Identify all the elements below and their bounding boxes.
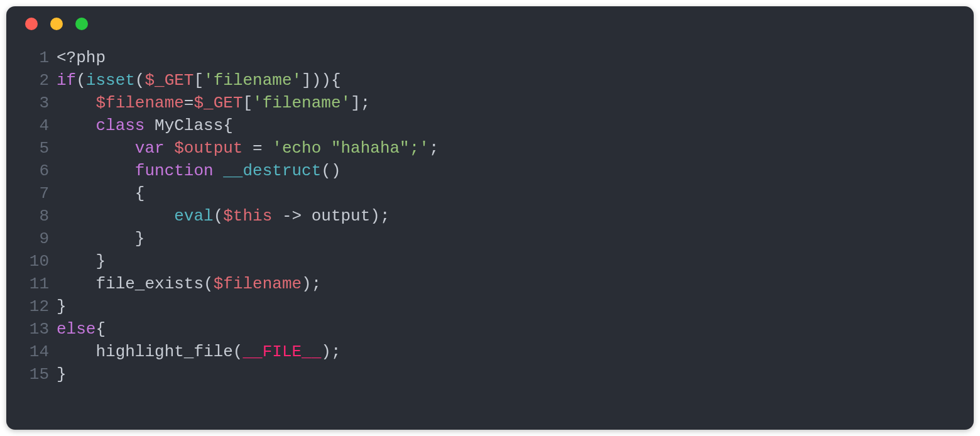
token: var xyxy=(135,139,165,158)
code-content: } xyxy=(57,227,144,250)
code-line: 15} xyxy=(19,363,961,386)
code-content: highlight_file(__FILE__); xyxy=(57,341,341,363)
token xyxy=(57,184,135,203)
token: { xyxy=(135,184,145,203)
code-line: 7 { xyxy=(19,182,961,205)
titlebar xyxy=(6,6,974,41)
token xyxy=(57,229,135,248)
code-line: 6 function __destruct() xyxy=(19,160,961,182)
token: ) xyxy=(321,342,331,361)
code-content: } xyxy=(57,295,67,318)
code-line: 1<?php xyxy=(19,46,961,69)
token xyxy=(57,94,95,112)
code-area: 1<?php2if(isset($_GET['filename'])){3 $f… xyxy=(6,41,974,386)
code-content: $filename=$_GET['filename']; xyxy=(57,92,370,114)
code-content: eval($this -> output); xyxy=(57,205,390,227)
line-number: 6 xyxy=(19,160,57,182)
code-content: else{ xyxy=(57,318,106,341)
line-number: 12 xyxy=(19,295,57,318)
token: } xyxy=(57,297,67,316)
line-number: 2 xyxy=(19,69,57,92)
token: output xyxy=(312,207,371,226)
token: ( xyxy=(214,207,224,226)
code-line: 8 eval($this -> output); xyxy=(19,205,961,227)
token: [ xyxy=(193,71,204,90)
code-line: 14 highlight_file(__FILE__); xyxy=(19,341,961,363)
token: } xyxy=(135,229,145,248)
token: ( xyxy=(204,275,214,293)
code-line: 2if(isset($_GET['filename'])){ xyxy=(19,69,961,92)
token: { xyxy=(95,320,106,339)
token: ( xyxy=(321,161,331,180)
code-content: function __destruct() xyxy=(57,160,341,182)
token: ; xyxy=(331,342,341,361)
code-content: var $output = 'echo "hahaha";'; xyxy=(57,137,439,160)
token xyxy=(214,161,224,180)
token xyxy=(165,139,175,158)
code-line: 11 file_exists($filename); xyxy=(19,273,961,295)
token: ; xyxy=(429,139,439,158)
line-number: 8 xyxy=(19,205,57,227)
token xyxy=(57,275,95,293)
token: 'echo "hahaha";' xyxy=(272,139,429,158)
token: [ xyxy=(242,94,253,112)
token: = xyxy=(184,94,194,112)
token: 'filename' xyxy=(204,71,302,90)
code-line: 9 } xyxy=(19,227,961,250)
line-number: 7 xyxy=(19,182,57,205)
token: $output xyxy=(174,139,242,158)
code-content: } xyxy=(57,250,106,273)
code-content: { xyxy=(57,182,144,205)
line-number: 10 xyxy=(19,250,57,273)
token: $filename xyxy=(214,275,302,293)
token xyxy=(57,207,174,226)
line-number: 3 xyxy=(19,92,57,114)
token: ( xyxy=(76,71,86,90)
token: if xyxy=(57,71,76,90)
token: $filename xyxy=(95,94,183,112)
code-line: 12} xyxy=(19,295,961,318)
token: { xyxy=(331,71,341,90)
token: else xyxy=(57,320,95,339)
line-number: 4 xyxy=(19,114,57,137)
token: ] xyxy=(302,71,312,90)
code-line: 5 var $output = 'echo "hahaha";'; xyxy=(19,137,961,160)
token: -> xyxy=(272,207,311,226)
token: ; xyxy=(361,94,371,112)
line-number: 11 xyxy=(19,273,57,295)
zoom-icon[interactable] xyxy=(75,18,88,30)
code-content: <?php xyxy=(57,46,106,69)
token: ( xyxy=(233,342,243,361)
code-window: 1<?php2if(isset($_GET['filename'])){3 $f… xyxy=(6,6,974,430)
token: <?php xyxy=(57,48,106,67)
token xyxy=(57,161,135,180)
token: MyClass xyxy=(155,116,223,135)
token: __FILE__ xyxy=(242,342,321,361)
token: ( xyxy=(135,71,145,90)
minimize-icon[interactable] xyxy=(50,18,63,30)
token: highlight_file xyxy=(95,342,232,361)
token: eval xyxy=(174,207,213,226)
token: $_GET xyxy=(144,71,193,90)
token: isset xyxy=(86,71,135,90)
line-number: 14 xyxy=(19,341,57,363)
line-number: 5 xyxy=(19,137,57,160)
token: ; xyxy=(380,207,390,226)
line-number: 15 xyxy=(19,363,57,386)
token: { xyxy=(223,116,233,135)
token: $_GET xyxy=(193,94,242,112)
token xyxy=(57,139,135,158)
token xyxy=(57,252,95,271)
code-line: 10 } xyxy=(19,250,961,273)
code-content: class MyClass{ xyxy=(57,114,233,137)
token xyxy=(144,116,155,135)
code-content: if(isset($_GET['filename'])){ xyxy=(57,69,341,92)
token: ] xyxy=(351,94,361,112)
close-icon[interactable] xyxy=(25,18,38,30)
token: ) xyxy=(370,207,380,226)
token: file_exists xyxy=(95,275,204,293)
token: } xyxy=(57,365,67,384)
line-number: 13 xyxy=(19,318,57,341)
token xyxy=(57,342,95,361)
token: ) xyxy=(331,161,341,180)
